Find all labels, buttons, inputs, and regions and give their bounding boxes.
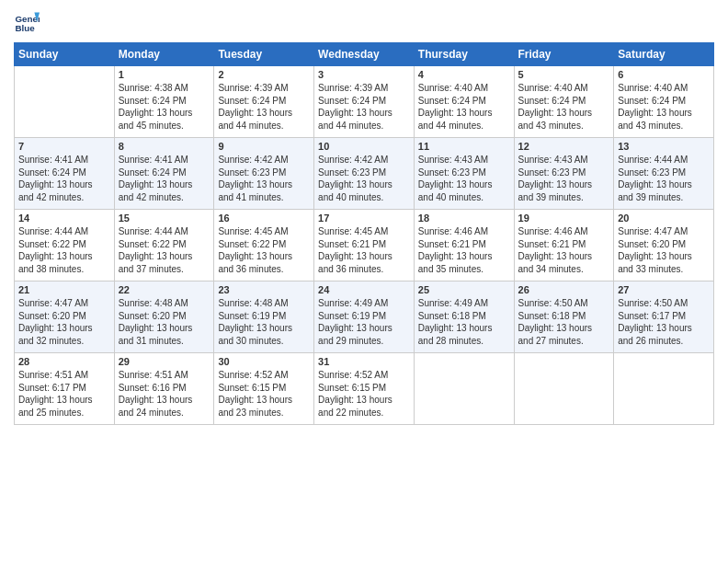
day-info: Daylight: 13 hours (418, 250, 510, 263)
day-info: Sunrise: 4:51 AM (18, 369, 110, 382)
day-info: Sunrise: 4:42 AM (218, 154, 310, 167)
day-info: and 40 minutes. (318, 191, 410, 204)
day-info: Sunrise: 4:45 AM (318, 225, 410, 238)
day-info: Daylight: 13 hours (318, 107, 410, 120)
day-cell (614, 353, 714, 425)
day-number: 16 (218, 213, 310, 224)
day-info: and 44 minutes. (418, 120, 510, 132)
logo: General Blue (14, 9, 41, 35)
day-cell: 10Sunrise: 4:42 AMSunset: 6:23 PMDayligh… (314, 138, 415, 210)
day-number: 12 (518, 141, 610, 152)
day-info: and 32 minutes. (18, 335, 110, 348)
day-info: Sunset: 6:17 PM (18, 382, 110, 395)
day-info: Sunrise: 4:42 AM (318, 154, 410, 167)
day-cell: 19Sunrise: 4:46 AMSunset: 6:21 PMDayligh… (514, 210, 614, 282)
day-info: Sunrise: 4:41 AM (119, 154, 210, 167)
day-info: and 44 minutes. (318, 120, 410, 132)
day-info: Sunset: 6:23 PM (218, 167, 310, 179)
calendar-table: SundayMondayTuesdayWednesdayThursdayFrid… (14, 42, 714, 425)
day-info: Sunset: 6:20 PM (119, 310, 210, 323)
day-info: Sunrise: 4:47 AM (18, 297, 110, 310)
day-cell: 23Sunrise: 4:48 AMSunset: 6:19 PMDayligh… (214, 282, 314, 353)
day-info: Sunrise: 4:52 AM (318, 369, 410, 382)
day-info: Daylight: 13 hours (18, 394, 110, 407)
day-cell: 4Sunrise: 4:40 AMSunset: 6:24 PMDaylight… (414, 66, 514, 138)
day-info: and 25 minutes. (18, 407, 110, 419)
day-cell: 15Sunrise: 4:44 AMSunset: 6:22 PMDayligh… (114, 210, 214, 282)
header-cell-saturday: Saturday (614, 43, 714, 66)
day-info: Sunrise: 4:43 AM (418, 154, 510, 167)
day-number: 2 (218, 69, 310, 80)
day-info: Daylight: 13 hours (618, 250, 710, 263)
day-cell: 11Sunrise: 4:43 AMSunset: 6:23 PMDayligh… (414, 138, 514, 210)
week-row-2: 7Sunrise: 4:41 AMSunset: 6:24 PMDaylight… (15, 138, 714, 210)
day-number: 9 (218, 141, 310, 152)
day-info: Daylight: 13 hours (518, 178, 610, 191)
day-number: 19 (518, 213, 610, 224)
day-number: 13 (618, 141, 710, 152)
day-info: Sunrise: 4:49 AM (418, 297, 510, 310)
day-info: Sunset: 6:20 PM (618, 238, 710, 251)
day-cell: 25Sunrise: 4:49 AMSunset: 6:18 PMDayligh… (414, 282, 514, 353)
day-number: 7 (18, 141, 110, 152)
day-info: Sunrise: 4:50 AM (618, 297, 710, 310)
day-info: Daylight: 13 hours (18, 250, 110, 263)
day-cell: 31Sunrise: 4:52 AMSunset: 6:15 PMDayligh… (314, 353, 415, 425)
day-info: Daylight: 13 hours (218, 322, 310, 335)
day-info: Daylight: 13 hours (218, 250, 310, 263)
day-cell: 2Sunrise: 4:39 AMSunset: 6:24 PMDaylight… (214, 66, 314, 138)
day-info: Daylight: 13 hours (418, 322, 510, 335)
day-info: Sunset: 6:24 PM (518, 95, 610, 108)
day-info: Sunset: 6:22 PM (119, 238, 210, 251)
day-info: Daylight: 13 hours (119, 107, 210, 120)
day-info: Sunset: 6:23 PM (318, 167, 410, 179)
day-info: Daylight: 13 hours (618, 322, 710, 335)
page-header: General Blue (14, 9, 714, 35)
day-info: Daylight: 13 hours (218, 107, 310, 120)
day-info: and 28 minutes. (418, 335, 510, 348)
header-cell-thursday: Thursday (414, 43, 514, 66)
logo-icon: General Blue (14, 9, 40, 35)
day-cell: 1Sunrise: 4:38 AMSunset: 6:24 PMDaylight… (114, 66, 214, 138)
day-number: 11 (418, 141, 510, 152)
day-info: Sunset: 6:17 PM (618, 310, 710, 323)
day-info: Sunrise: 4:44 AM (618, 154, 710, 167)
day-cell: 20Sunrise: 4:47 AMSunset: 6:20 PMDayligh… (614, 210, 714, 282)
day-info: Sunrise: 4:44 AM (18, 225, 110, 238)
day-info: Daylight: 13 hours (318, 322, 410, 335)
day-info: Sunset: 6:21 PM (418, 238, 510, 251)
day-cell: 12Sunrise: 4:43 AMSunset: 6:23 PMDayligh… (514, 138, 614, 210)
day-info: and 27 minutes. (518, 335, 610, 348)
day-info: and 22 minutes. (318, 407, 410, 419)
day-cell: 30Sunrise: 4:52 AMSunset: 6:15 PMDayligh… (214, 353, 314, 425)
day-info: Sunset: 6:23 PM (518, 167, 610, 179)
day-number: 6 (618, 69, 710, 80)
day-info: Sunset: 6:15 PM (318, 382, 410, 395)
day-info: Sunset: 6:19 PM (318, 310, 410, 323)
day-info: Sunset: 6:24 PM (618, 95, 710, 108)
day-info: Daylight: 13 hours (119, 322, 210, 335)
day-info: Daylight: 13 hours (518, 250, 610, 263)
day-info: Daylight: 13 hours (119, 178, 210, 191)
day-info: Daylight: 13 hours (518, 322, 610, 335)
day-info: and 42 minutes. (18, 191, 110, 204)
day-number: 22 (119, 284, 210, 295)
day-info: Sunset: 6:24 PM (318, 95, 410, 108)
day-info: Sunset: 6:23 PM (618, 167, 710, 179)
day-info: Sunrise: 4:39 AM (218, 82, 310, 95)
day-cell: 24Sunrise: 4:49 AMSunset: 6:19 PMDayligh… (314, 282, 415, 353)
svg-text:Blue: Blue (15, 23, 35, 33)
day-info: and 42 minutes. (119, 191, 210, 204)
day-number: 10 (318, 141, 410, 152)
day-cell: 6Sunrise: 4:40 AMSunset: 6:24 PMDaylight… (614, 66, 714, 138)
header-cell-friday: Friday (514, 43, 614, 66)
day-info: and 39 minutes. (518, 191, 610, 204)
day-info: and 26 minutes. (618, 335, 710, 348)
day-info: Daylight: 13 hours (18, 178, 110, 191)
day-info: and 31 minutes. (119, 335, 210, 348)
day-info: Daylight: 13 hours (518, 107, 610, 120)
day-cell: 27Sunrise: 4:50 AMSunset: 6:17 PMDayligh… (614, 282, 714, 353)
day-cell: 17Sunrise: 4:45 AMSunset: 6:21 PMDayligh… (314, 210, 415, 282)
day-info: Sunset: 6:24 PM (18, 167, 110, 179)
day-number: 4 (418, 69, 510, 80)
